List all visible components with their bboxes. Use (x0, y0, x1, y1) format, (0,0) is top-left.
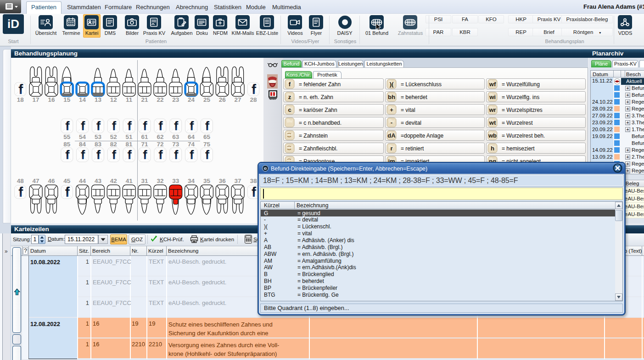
svg-text:f: f (18, 82, 23, 97)
svg-text:f: f (252, 184, 257, 199)
svg-text:f: f (96, 119, 101, 133)
svg-text:27: 27 (235, 96, 241, 103)
svg-text:36: 36 (219, 177, 226, 184)
svg-text:h: h (491, 145, 494, 152)
svg-text:83: 83 (95, 141, 102, 148)
svg-text:+: + (390, 106, 393, 113)
svg-text:iD: iD (264, 167, 267, 170)
svg-text:26: 26 (219, 96, 226, 103)
svg-text:55: 55 (63, 133, 71, 140)
svg-text:65: 65 (203, 133, 211, 140)
svg-text:74: 74 (188, 141, 195, 148)
svg-text:84: 84 (79, 141, 86, 148)
svg-text:f: f (81, 148, 85, 162)
svg-text:41: 41 (126, 177, 133, 184)
svg-text:f: f (289, 81, 291, 88)
svg-text:37: 37 (235, 177, 241, 184)
svg-text:c: c (288, 106, 291, 113)
svg-text:-: - (391, 119, 392, 126)
svg-text:f: f (81, 119, 85, 133)
svg-text:f: f (143, 148, 147, 162)
svg-text:43: 43 (95, 177, 102, 184)
svg-text:51: 51 (126, 133, 133, 140)
svg-text:f: f (65, 119, 70, 133)
svg-text:23: 23 (172, 96, 179, 103)
svg-text:f: f (174, 119, 179, 133)
svg-text:f: f (127, 148, 132, 162)
svg-text:11: 11 (126, 96, 133, 103)
svg-text:r: r (390, 145, 392, 152)
svg-text:15: 15 (63, 96, 71, 103)
svg-text:wb: wb (488, 132, 497, 139)
svg-text:f: f (143, 119, 147, 133)
svg-text:f: f (112, 148, 117, 162)
svg-text:53: 53 (95, 133, 102, 140)
svg-text:f: f (65, 184, 70, 199)
svg-text:f: f (65, 148, 70, 162)
svg-text:31: 31 (141, 177, 148, 184)
svg-text:wi: wi (489, 94, 496, 100)
svg-text:85: 85 (63, 141, 71, 148)
svg-text:17: 17 (33, 96, 39, 103)
svg-text:61: 61 (141, 133, 148, 140)
svg-text:75: 75 (203, 141, 211, 148)
svg-text:f: f (158, 119, 163, 133)
svg-text:18: 18 (17, 96, 24, 103)
svg-text:38: 38 (250, 177, 257, 184)
svg-text:wr: wr (488, 106, 496, 113)
svg-text:25: 25 (203, 96, 211, 103)
svg-text:72: 72 (157, 141, 163, 148)
svg-text:35: 35 (203, 177, 211, 184)
svg-text:21: 21 (141, 96, 148, 103)
svg-text:f: f (205, 119, 210, 133)
svg-text:82: 82 (110, 141, 117, 148)
svg-text:wt: wt (489, 119, 496, 126)
svg-text:f: f (112, 119, 117, 133)
svg-text:34: 34 (188, 177, 195, 184)
svg-text:f: f (190, 119, 194, 133)
svg-text:14: 14 (79, 96, 86, 103)
svg-text:71: 71 (141, 141, 148, 148)
svg-text:f: f (18, 184, 23, 199)
svg-text:33: 33 (172, 177, 179, 184)
svg-text:f: f (252, 82, 257, 97)
svg-text:f: f (127, 119, 132, 133)
svg-text:46: 46 (48, 177, 55, 184)
svg-text:47: 47 (33, 177, 39, 184)
svg-text:16: 16 (48, 96, 55, 103)
svg-text:62: 62 (157, 133, 163, 140)
svg-text:54: 54 (79, 133, 86, 140)
svg-text:f: f (190, 148, 194, 162)
svg-text:13: 13 (95, 96, 102, 103)
svg-text:f: f (158, 148, 163, 162)
svg-text:24: 24 (188, 96, 195, 103)
svg-text:wf: wf (489, 81, 496, 88)
svg-text:63: 63 (172, 133, 179, 140)
svg-text:32: 32 (157, 177, 163, 184)
svg-text:f: f (174, 148, 179, 162)
svg-text:44: 44 (79, 177, 86, 184)
svg-text:28: 28 (250, 96, 257, 103)
svg-text:12: 12 (110, 96, 117, 103)
svg-text:48: 48 (17, 177, 24, 184)
svg-text:64: 64 (188, 133, 195, 140)
svg-text:bh: bh (388, 94, 395, 100)
svg-text:f: f (205, 148, 210, 162)
svg-text:dA: dA (387, 132, 396, 139)
svg-text:52: 52 (110, 133, 117, 140)
svg-text:z: z (288, 94, 291, 100)
svg-text:73: 73 (172, 141, 179, 148)
svg-text:f: f (96, 148, 101, 162)
svg-text:42: 42 (110, 177, 117, 184)
svg-text:81: 81 (126, 141, 133, 148)
svg-text:)(: )( (390, 81, 394, 88)
svg-text:22: 22 (157, 96, 163, 103)
svg-text:45: 45 (63, 177, 71, 184)
